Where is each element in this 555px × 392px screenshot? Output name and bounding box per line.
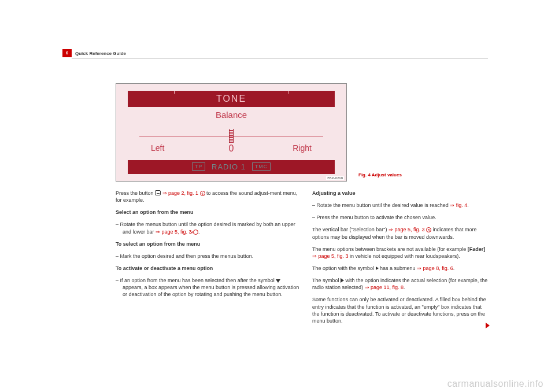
heading-activate: To activate or deactivate a menu option [116,265,301,272]
figure-caption: Fig. 4 Adjust values [358,172,402,177]
left-column: Press the button ⇒ page 2, fig. 1 6 to a… [116,190,301,304]
para-brackets: The menu options between brackets are no… [312,246,489,260]
para-selection-bar: The vertical bar ("Selection bar") ⇒ pag… [312,226,489,240]
intro-paragraph: Press the button ⇒ page 2, fig. 1 6 to a… [116,190,301,204]
page-number: 6 [62,49,72,57]
display-bottom-bar: TP RADIO 1 TMC [128,160,335,174]
bullet-activate: – If an option from the menu has been se… [116,277,301,298]
heading-select-option: Select an option from the menu [116,209,301,216]
para-selection-symbol: The symbol with the option indicates the… [312,277,489,291]
header-rule [72,58,488,58]
display-title: TONE [128,91,335,107]
gauge-value: 0 [116,143,346,154]
display-figure: TONE Balance Left 0 Right TP RADIO 1 TMC… [116,83,347,182]
continue-arrow-icon [486,323,490,328]
callout-6: 6 [200,191,205,196]
right-column: Adjusting a value – Rotate the menu butt… [312,190,489,330]
gauge-needle [229,129,234,143]
heading-to-select: To select an option from the menu [116,241,301,247]
watermark: carmanualsonline.info [447,379,543,389]
tmc-badge: TMC [252,162,271,171]
bullet-press-menu: – Press the menu button to activate the … [312,214,489,221]
sound-button-icon [155,190,161,195]
callout-a: A [193,230,198,235]
heading-adjusting: Adjusting a value [312,190,489,197]
callout-b: B [426,227,431,232]
bullet-rotate-value: – Rotate the menu button until the desir… [312,202,489,209]
triangle-down-icon [276,279,280,283]
para-submenu: The option with the symbol has a submenu… [312,265,489,272]
display-subtitle: Balance [116,110,346,120]
bullet-mark-option: – Mark the option desired and then press… [116,253,301,260]
gauge-right-label: Right [293,143,312,153]
para-activate-info: Some functions can only be activated or … [312,296,489,324]
image-id: B5P-0268 [326,176,344,180]
tp-badge: TP [192,162,206,171]
display-source: RADIO 1 [212,162,246,171]
bullet-rotate-menus: – Rotate the menus button until the opti… [116,221,301,235]
page-title: Quick Reference Guide [75,51,126,56]
